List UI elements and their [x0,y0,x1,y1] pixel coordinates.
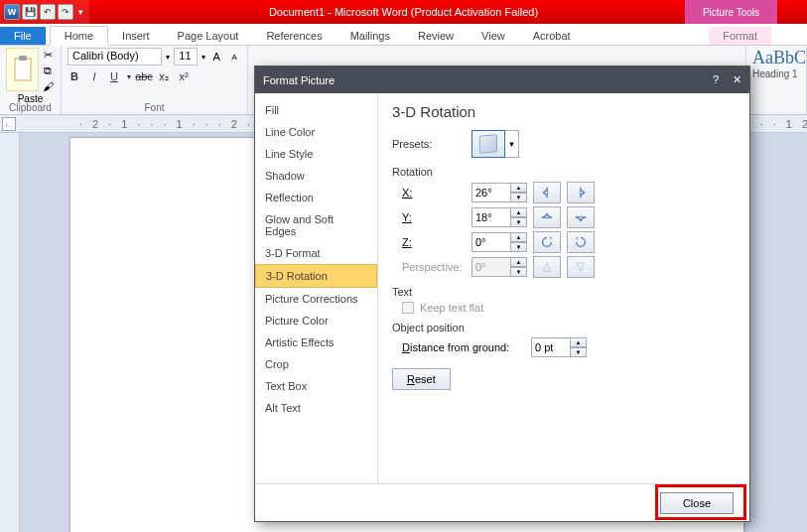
dist-up-icon[interactable]: ▲ [571,337,587,347]
x-spinner[interactable]: ▲▼ [471,183,527,202]
strikethrough-button[interactable]: abc [137,69,151,83]
sidebar-item-glow[interactable]: Glow and Soft Edges [255,208,377,242]
ribbon-tabs: File Home Insert Page Layout References … [0,24,807,46]
window-title: Document1 - Microsoft Word (Product Acti… [269,6,538,18]
cut-icon[interactable]: ✂ [41,48,55,62]
italic-button[interactable]: I [87,69,101,83]
rotate-x-right-button[interactable] [567,182,595,203]
sidebar-item-picture-color[interactable]: Picture Color [255,310,377,332]
format-picture-dialog: Format Picture ? ✕ Fill Line Color Line … [254,66,750,522]
tab-review[interactable]: Review [404,27,468,45]
distance-spinner[interactable]: ▲▼ [531,337,587,357]
sidebar-item-line-style[interactable]: Line Style [255,143,377,165]
shrink-font-icon[interactable]: A [227,50,241,64]
dialog-title: Format Picture [263,74,335,86]
paste-button[interactable] [6,48,39,91]
distance-input[interactable] [531,337,571,357]
y-spinner[interactable]: ▲▼ [471,207,527,227]
keep-text-flat-checkbox: Keep text flat [402,302,736,314]
y-down-icon[interactable]: ▼ [511,217,527,227]
vertical-ruler[interactable] [0,133,20,532]
underline-button[interactable]: U [107,69,121,83]
sidebar-item-alt-text[interactable]: Alt Text [255,397,377,419]
presets-label: Presets: [392,138,471,150]
sidebar-item-text-box[interactable]: Text Box [255,375,377,397]
underline-dropdown-icon[interactable]: ▾ [127,72,131,81]
font-name-combo[interactable]: Calibri (Body) [67,48,162,66]
font-size-dropdown-icon[interactable]: ▾ [202,53,205,62]
tab-file[interactable]: File [0,27,46,45]
sidebar-item-line-color[interactable]: Line Color [255,121,377,143]
tab-mailings[interactable]: Mailings [336,27,404,45]
reset-button[interactable]: RReseteset [392,368,451,390]
y-up-icon[interactable]: ▲ [511,207,527,217]
text-section-label: Text [392,286,736,298]
sidebar-item-crop[interactable]: Crop [255,353,377,375]
rotate-y-up-button[interactable] [533,206,561,228]
style-preview[interactable]: AaBbC [752,48,800,68]
object-position-section-label: Object position [392,322,736,333]
z-up-icon[interactable]: ▲ [511,232,527,242]
z-down-icon[interactable]: ▼ [511,242,527,252]
persp-down-icon: ▼ [511,267,527,277]
picture-tools-tab-group: Picture Tools [685,0,777,24]
rotation-section-label: Rotation [392,166,736,178]
tab-selector-icon[interactable]: ∟ [2,117,16,131]
rotate-z-ccw-button[interactable] [533,231,561,253]
help-icon[interactable]: ? [713,73,719,86]
undo-icon[interactable]: ↶ [40,4,56,20]
svg-rect-1 [19,56,27,61]
tab-view[interactable]: View [468,27,519,45]
group-clipboard: ✂ ⧉ 🖌 Paste Clipboard [0,46,62,114]
grow-font-icon[interactable]: A [209,50,223,64]
presets-button[interactable] [471,130,505,158]
save-icon[interactable]: 💾 [22,4,38,20]
z-spinner[interactable]: ▲▼ [471,232,527,252]
sidebar-item-picture-corrections[interactable]: Picture Corrections [255,288,377,310]
x-down-icon[interactable]: ▼ [511,193,527,202]
rotate-y-down-button[interactable] [567,206,595,228]
tab-references[interactable]: References [252,27,336,45]
tab-acrobat[interactable]: Acrobat [519,27,585,45]
y-label: Y: [402,211,471,223]
sidebar-item-fill[interactable]: Fill [255,99,377,121]
sidebar-item-reflection[interactable]: Reflection [255,187,377,208]
format-painter-icon[interactable]: 🖌 [41,79,55,93]
tab-page-layout[interactable]: Page Layout [164,27,253,45]
tab-format[interactable]: Format [709,27,771,45]
sidebar-item-3d-rotation[interactable]: 3-D Rotation [255,264,377,288]
sidebar-item-artistic-effects[interactable]: Artistic Effects [255,332,377,353]
bold-button[interactable]: B [67,69,81,83]
subscript-button[interactable]: x₂ [157,69,171,83]
dist-down-icon[interactable]: ▼ [571,347,587,357]
qat-dropdown-icon[interactable]: ▾ [75,4,85,20]
dialog-titlebar[interactable]: Format Picture ? ✕ [255,66,749,93]
title-bar: W 💾 ↶ ↷ ▾ Document1 - Microsoft Word (Pr… [0,0,807,24]
sidebar-item-3d-format[interactable]: 3-D Format [255,242,377,264]
close-icon[interactable]: ✕ [733,73,741,86]
y-input[interactable] [471,207,511,227]
x-up-icon[interactable]: ▲ [511,183,527,193]
tab-insert[interactable]: Insert [108,27,164,45]
redo-icon[interactable]: ↷ [58,4,73,20]
z-input[interactable] [471,232,511,252]
svg-rect-0 [15,59,31,80]
perspective-spinner: ▲▼ [471,257,527,277]
x-input[interactable] [471,183,511,202]
font-size-combo[interactable]: 11 [174,48,198,66]
close-button[interactable]: Close [660,492,734,514]
distance-label: DDistance from ground:istance from groun… [402,341,531,353]
sidebar-item-shadow[interactable]: Shadow [255,165,377,187]
panel-heading: 3-D Rotation [392,103,736,120]
rotate-z-cw-button[interactable] [567,231,595,253]
rotate-x-left-button[interactable] [533,182,561,203]
checkbox-icon [402,302,414,314]
group-styles: AaBbC Heading 1 [745,46,807,114]
font-name-dropdown-icon[interactable]: ▾ [166,53,170,62]
presets-dropdown-icon[interactable]: ▼ [505,130,519,158]
superscript-button[interactable]: x² [177,69,191,83]
word-icon: W [4,4,20,20]
tab-home[interactable]: Home [50,26,108,46]
copy-icon[interactable]: ⧉ [41,64,55,77]
perspective-narrow-button [533,256,561,278]
